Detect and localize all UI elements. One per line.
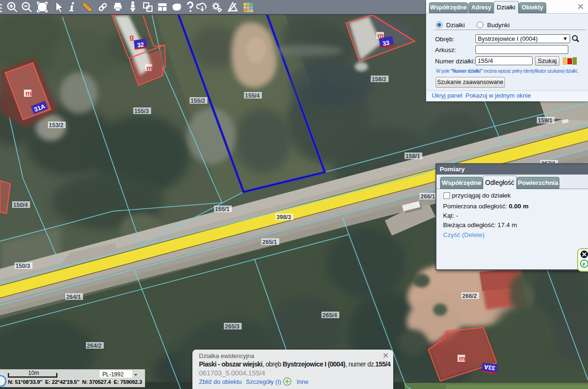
svg-text:158/1: 158/1 (405, 153, 420, 160)
svg-text:32: 32 (137, 41, 144, 49)
svg-text:33: 33 (382, 39, 390, 47)
svg-text:33A: 33A (483, 363, 496, 372)
svg-text:266/2: 266/2 (462, 293, 477, 299)
svg-text:150/3: 150/3 (15, 263, 30, 269)
svg-text:264/1: 264/1 (66, 294, 81, 300)
svg-text:e: e (582, 260, 585, 267)
svg-text:155/2: 155/2 (191, 98, 205, 104)
svg-text:265/3: 265/3 (225, 323, 239, 330)
svg-text:398/3: 398/3 (276, 214, 291, 221)
svg-text:g: g (130, 33, 134, 41)
svg-text:155/4: 155/4 (245, 92, 260, 99)
svg-text:m: m (25, 89, 31, 97)
svg-text:265/1: 265/1 (262, 239, 277, 245)
svg-text:153/2: 153/2 (49, 122, 63, 129)
svg-text:159/1: 159/1 (538, 117, 552, 124)
svg-text:155/1: 155/1 (215, 206, 229, 213)
svg-text:158/2: 158/2 (372, 76, 386, 83)
svg-text:264/2: 264/2 (87, 343, 101, 349)
svg-text:155/3: 155/3 (134, 108, 149, 114)
svg-text:m: m (459, 354, 465, 362)
svg-text:266/1: 266/1 (420, 193, 435, 200)
svg-text:150/4: 150/4 (13, 202, 28, 208)
svg-text:265/4: 265/4 (322, 312, 337, 319)
svg-text:m: m (146, 64, 153, 72)
